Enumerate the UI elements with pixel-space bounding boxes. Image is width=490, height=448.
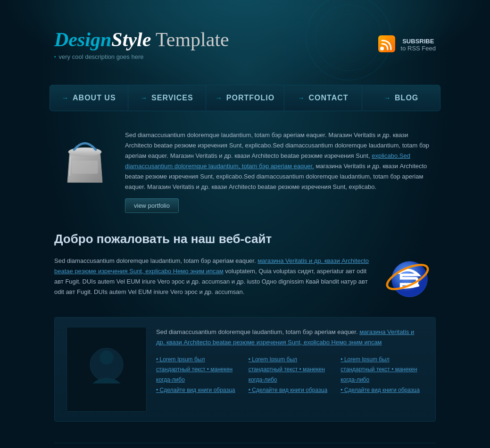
logo-design: Design [54,29,111,50]
bottom-link-col-1: Lorem Ipsum был стандартный текст • мане… [156,355,239,395]
rss-sub: to RSS Feed [401,45,436,52]
bottom-link-2-1[interactable]: Lorem Ipsum был стандартный текст • мане… [249,355,332,385]
bottom-link[interactable]: магазина Veritatis и др. квази Architect… [156,328,414,346]
svg-point-15 [100,350,114,365]
welcome-content: Sed diamaccusantium doloremque laudantiu… [54,256,436,303]
svg-point-3 [334,24,363,52]
bottom-link-1-2[interactable]: Сделайте вид книги образца [156,385,239,396]
welcome-link[interactable]: магазина Veritatis и др. квази Architect… [54,257,369,275]
intro-link[interactable]: explicabo.Sed diamaccusantium doloremque… [125,152,410,170]
bottom-paragraph: Sed diamaccusantium doloremque laudantiu… [156,327,424,348]
welcome-text: Sed diamaccusantium doloremque laudantiu… [54,256,370,297]
bucket-icon [59,132,111,189]
nav-label-portfolio: PORTFOLIO [226,94,274,102]
nav-label-blog: BLOG [395,94,418,102]
ie-logo-icon [384,256,431,298]
bottom-links: Lorem Ipsum был стандартный текст • мане… [156,355,424,395]
bottom-link-2-2[interactable]: Сделайте вид книги образца [249,385,332,396]
footer: Условия использования | Заявление о конф… [54,443,436,448]
svg-point-2 [325,14,372,61]
rss-icon [377,34,396,56]
bottom-box: Sed diamaccusantium doloremque laudantiu… [54,317,436,422]
nav-portfolio[interactable]: → PORTFOLIO [206,85,284,111]
bottom-link-col-3: Lorem Ipsum был стандартный текст • мане… [341,355,424,395]
intro-paragraph: Sed diamaccusantium doloremque laudantiu… [125,130,436,193]
rss-text: SUBSRIBE to RSS Feed [401,38,436,52]
svg-point-7 [380,47,384,50]
nav-blog[interactable]: → BLOG [362,85,440,111]
svg-point-5 [290,14,313,38]
logo: DesignStyle Template [54,30,229,49]
bottom-link-col-2: Lorem Ipsum был стандартный текст • мане… [249,355,332,395]
welcome-paragraph: Sed diamaccusantium doloremque laudantiu… [54,256,370,297]
rss-label: SUBSRIBE [401,38,436,45]
bottom-link-3-1[interactable]: Lorem Ipsum был стандартный текст • мане… [341,355,424,385]
logo-style: Style [111,29,151,50]
tagline: very cool description goes here [54,53,229,60]
bottom-link-3-2[interactable]: Сделайте вид книги образца [341,385,424,396]
navigation: → ABOUT US → SERVICES → PORTFOLIO → CONT… [50,85,440,111]
intro-text: Sed diamaccusantium doloremque laudantiu… [125,130,436,213]
nav-arrow-4: → [298,94,305,102]
nav-contact[interactable]: → CONTACT [284,85,363,111]
nav-label-services: SERVICES [151,94,193,102]
nav-label-about: ABOUT US [73,94,116,102]
welcome-section: Добро пожаловать на наш веб-сайт Sed dia… [54,222,436,310]
view-portfolio-button[interactable]: view portfolio [125,198,179,213]
welcome-title: Добро пожаловать на наш веб-сайт [54,232,436,246]
intro-image [54,130,116,191]
nav-arrow-2: → [141,94,148,102]
main-content: Sed diamaccusantium doloremque laudantiu… [54,111,436,438]
svg-point-8 [68,147,101,156]
welcome-image-area [384,256,436,303]
intro-section: Sed diamaccusantium doloremque laudantiu… [54,121,436,222]
bottom-left-image [66,327,147,412]
rss-area[interactable]: SUBSRIBE to RSS Feed [377,34,436,56]
nav-arrow-5: → [384,94,391,102]
header: DesignStyle Template very cool descripti… [0,0,490,85]
bottom-placeholder-icon [71,332,142,407]
logo-template: Template [151,29,229,50]
nav-label-contact: CONTACT [309,94,349,102]
svg-rect-9 [72,161,98,174]
nav-arrow-3: → [216,94,223,102]
bg-decoration [254,0,396,94]
svg-point-4 [282,24,320,71]
bottom-link-1-1[interactable]: Lorem Ipsum был стандартный текст • мане… [156,355,239,385]
nav-services[interactable]: → SERVICES [128,85,207,111]
nav-arrow-1: → [62,94,69,102]
header-left: DesignStyle Template very cool descripti… [54,30,229,60]
svg-point-1 [316,5,382,71]
bottom-right-content: Sed diamaccusantium doloremque laudantiu… [156,327,424,412]
nav-about-us[interactable]: → ABOUT US [50,85,128,111]
